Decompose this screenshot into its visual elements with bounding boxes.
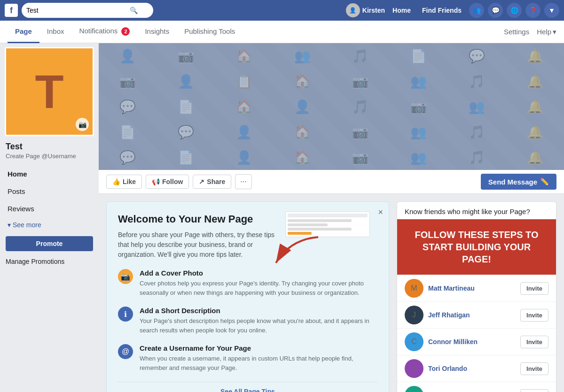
- friend-name[interactable]: Connor Milliken: [428, 338, 516, 346]
- sidebar-item-home[interactable]: Home: [2, 165, 97, 183]
- sidebar-username[interactable]: Create Page @Username: [0, 153, 99, 165]
- sidebar-page-name: Test: [0, 140, 99, 153]
- cover-icon: 👤: [294, 99, 311, 115]
- cta-overlay: Follow these steps to start building you…: [397, 219, 556, 275]
- tip-item-description: ℹ Add a Short Description Your Page's sh…: [118, 307, 377, 335]
- cta-text: Follow these steps to start building you…: [408, 229, 545, 265]
- nav-find-friends-link[interactable]: Find Friends: [418, 7, 465, 14]
- like-button[interactable]: 👍 Like: [106, 175, 142, 189]
- tab-insights[interactable]: Insights: [137, 21, 177, 43]
- cover-icon: 🏠: [294, 124, 311, 140]
- tip-content: Add a Short Description Your Page's shor…: [140, 307, 377, 335]
- help-chevron-icon: ▾: [553, 28, 556, 36]
- edit-icon: ✏️: [540, 177, 549, 186]
- tip-item-username: @ Create a Username for Your Page When y…: [118, 344, 377, 372]
- invite-button[interactable]: Invite: [520, 362, 548, 375]
- tip-icon-info: ℹ: [118, 307, 133, 322]
- follow-button[interactable]: 📢 Follow: [146, 175, 189, 189]
- send-message-button[interactable]: Send Message ✏️: [481, 174, 556, 190]
- invite-button[interactable]: Invite: [520, 309, 548, 322]
- tab-inbox[interactable]: Inbox: [39, 21, 72, 43]
- cover-icon: 👤: [119, 48, 136, 64]
- cover-photo-area[interactable]: 👤 📷 🏠 👥 🎵 📄 💬 🔔 📷 👤 📋 🏠 📷 👥 🎵 🔔 💬 📄 🏠: [99, 43, 564, 170]
- invite-button[interactable]: Invite: [520, 389, 548, 392]
- cover-pattern-icons: 👤 📷 🏠 👥 🎵 📄 💬 🔔 📷 👤 📋 🏠 📷 👥 🎵 🔔 💬 📄 🏠: [99, 43, 564, 170]
- tab-publishing-tools[interactable]: Publishing Tools: [177, 21, 243, 43]
- notification-badge: 2: [121, 27, 130, 36]
- cover-icon: 🏠: [294, 74, 311, 89]
- sidebar: T 📷 Test Create Page @Username Home Post…: [0, 43, 99, 392]
- cover-icon: 💬: [119, 150, 136, 165]
- facebook-logo[interactable]: f: [5, 4, 18, 17]
- nav-user[interactable]: 👤 Kirsten: [346, 3, 385, 17]
- cover-icon: 📷: [352, 74, 368, 89]
- friend-name[interactable]: Matt Martineau: [428, 284, 516, 292]
- cover-icon: 💬: [119, 99, 136, 115]
- cover-icon: 👥: [294, 48, 311, 64]
- avatar: 👤: [346, 3, 360, 17]
- friend-name[interactable]: Tori Orlando: [428, 365, 516, 372]
- cover-icon: 👤: [178, 74, 194, 89]
- welcome-description: Before you share your Page with others, …: [118, 230, 278, 260]
- settings-link[interactable]: Settings: [504, 28, 529, 36]
- page-initial: T: [35, 65, 63, 119]
- search-bar[interactable]: 🔍: [22, 3, 153, 18]
- promote-button[interactable]: Promote: [6, 236, 93, 251]
- cover-icon: 📷: [352, 150, 368, 165]
- share-button[interactable]: ↗ Share: [193, 175, 231, 189]
- cover-icon: 💬: [178, 124, 194, 140]
- more-options-button[interactable]: ···: [235, 174, 251, 189]
- cover-icon: 🎵: [469, 74, 485, 89]
- cover-icon: 👥: [410, 74, 427, 89]
- cover-icon: 👤: [236, 124, 252, 140]
- tip-description: Cover photos help you express your Page'…: [140, 279, 377, 297]
- invite-button[interactable]: Invite: [520, 336, 548, 348]
- manage-promotions-link[interactable]: Manage Promotions: [0, 255, 99, 268]
- tip-description: When you create a username, it appears i…: [140, 354, 377, 372]
- see-more-button[interactable]: ▾ See more: [2, 217, 97, 232]
- tip-title: Add a Short Description: [140, 307, 377, 315]
- cover-icon: 📷: [178, 48, 194, 64]
- tip-content: Create a Username for Your Page When you…: [140, 344, 377, 372]
- search-input[interactable]: [26, 7, 130, 14]
- like-icon: 👍: [112, 178, 120, 185]
- globe-icon[interactable]: 🌐: [507, 3, 522, 18]
- cover-icon: 👥: [410, 150, 427, 165]
- see-all-tips-link[interactable]: See All Page Tips: [118, 382, 377, 392]
- cover-icon: 🏠: [236, 48, 252, 64]
- friend-name[interactable]: Jeff Rhatigan: [428, 311, 516, 319]
- sidebar-item-reviews[interactable]: Reviews: [2, 200, 97, 217]
- sidebar-item-posts[interactable]: Posts: [2, 183, 97, 200]
- cover-icon: 📄: [178, 150, 194, 165]
- cover-icon: 📷: [119, 74, 136, 89]
- tab-notifications[interactable]: Notifications 2: [72, 20, 138, 44]
- chevron-down-icon: ▾: [8, 221, 11, 229]
- cover-icon: 🔔: [527, 48, 543, 64]
- welcome-illustration: [285, 211, 379, 268]
- cover-icon: 🔔: [527, 99, 543, 115]
- chevron-down-icon[interactable]: ▼: [544, 3, 559, 18]
- friend-row: T Tori Orlando Invite: [397, 355, 556, 382]
- cover-icon: 📋: [236, 74, 252, 89]
- people-icon[interactable]: 👥: [469, 3, 484, 18]
- nav-home-link[interactable]: Home: [389, 7, 415, 14]
- cover-icon: 🎵: [469, 150, 485, 165]
- tip-icon-user: @: [118, 344, 133, 359]
- action-bar: 👍 Like 📢 Follow ↗ Share ··· Send Message…: [99, 170, 564, 194]
- cover-icon: 🔔: [527, 124, 543, 140]
- help-button[interactable]: Help ▾: [537, 28, 556, 36]
- page-profile-picture: T 📷: [5, 47, 94, 136]
- tip-description: Your Page's short description helps peop…: [140, 316, 377, 335]
- invite-button[interactable]: Invite: [520, 282, 548, 295]
- tab-page[interactable]: Page: [8, 21, 39, 43]
- avatar: J: [405, 306, 423, 324]
- cover-icon: 🎵: [469, 124, 485, 140]
- friends-card-header: Know friends who might like your Page?: [397, 202, 556, 219]
- change-profile-photo-button[interactable]: 📷: [76, 118, 89, 131]
- messenger-icon[interactable]: 💬: [488, 3, 503, 18]
- avatar: C: [405, 332, 423, 351]
- help-icon[interactable]: ❓: [525, 3, 540, 18]
- right-panel: Know friends who might like your Page? F…: [397, 201, 556, 392]
- cover-icon: 🎵: [352, 99, 368, 115]
- tip-title: Add a Cover Photo: [140, 269, 377, 277]
